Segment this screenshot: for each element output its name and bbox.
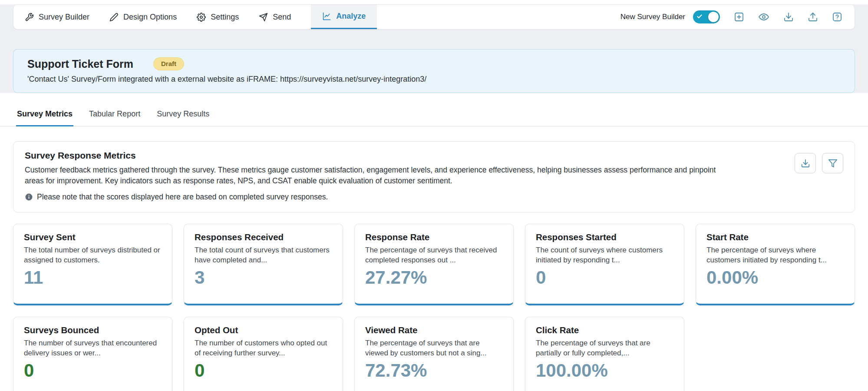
upload-icon[interactable] bbox=[808, 12, 818, 22]
page-title: Support Ticket Form bbox=[27, 58, 133, 70]
nav-item-design-options[interactable]: Design Options bbox=[109, 5, 177, 29]
tab-survey-results[interactable]: Survey Results bbox=[156, 106, 210, 126]
help-icon[interactable] bbox=[832, 12, 842, 22]
download-icon[interactable] bbox=[783, 12, 794, 22]
metric-title: Responses Started bbox=[536, 232, 673, 242]
navbar-controls: New Survey Builder bbox=[620, 10, 850, 23]
nav-item-label: Send bbox=[273, 13, 291, 22]
panel-actions bbox=[795, 150, 843, 202]
metric-value: 0.00% bbox=[706, 268, 844, 288]
info-icon bbox=[25, 193, 33, 201]
panel-title: Survey Response Metrics bbox=[25, 150, 728, 161]
new-survey-builder-toggle[interactable] bbox=[693, 10, 720, 23]
panel-description: Customer feedback metrics gathered throu… bbox=[25, 165, 728, 187]
metric-cards-grid: Survey Sent The total number of surveys … bbox=[13, 224, 855, 391]
metric-title: Opted Out bbox=[195, 325, 332, 335]
add-square-icon[interactable] bbox=[734, 12, 744, 22]
metric-title: Start Rate bbox=[706, 232, 844, 242]
metric-card-opted-out: Opted Out The number of customers who op… bbox=[184, 317, 343, 391]
metric-card-viewed-rate: Viewed Rate The percentage of surveys th… bbox=[354, 317, 514, 391]
metric-title: Response Rate bbox=[365, 232, 503, 242]
metric-description: The count of surveys where customers ini… bbox=[536, 245, 673, 265]
wrench-icon bbox=[25, 13, 34, 22]
metric-description: The percentage of surveys that are parti… bbox=[536, 338, 673, 358]
navbar-menu: Survey Builder Design Options Settings S… bbox=[25, 5, 377, 29]
metric-card-response-rate: Response Rate The percentage of surveys … bbox=[354, 224, 514, 305]
metric-card-survey-sent: Survey Sent The total number of surveys … bbox=[13, 224, 172, 305]
metric-value: 100.00% bbox=[536, 361, 673, 381]
metric-description: The percentage of surveys where customer… bbox=[706, 245, 844, 265]
metric-title: Surveys Bounced bbox=[24, 325, 162, 335]
nav-item-settings[interactable]: Settings bbox=[197, 5, 239, 29]
gear-icon bbox=[197, 13, 206, 22]
survey-response-metrics-panel: Survey Response Metrics Customer feedbac… bbox=[13, 141, 855, 212]
nav-item-analyze[interactable]: Analyze bbox=[311, 5, 377, 29]
metric-description: The number of surveys that encountered d… bbox=[24, 338, 162, 358]
nav-item-label: Analyze bbox=[336, 12, 366, 21]
metric-card-surveys-bounced: Surveys Bounced The number of surveys th… bbox=[13, 317, 172, 391]
metric-description: The total count of surveys that customer… bbox=[195, 245, 332, 265]
nav-item-label: Settings bbox=[211, 13, 239, 22]
panel-note-text: Please note that the scores displayed he… bbox=[37, 192, 328, 202]
metric-description: The percentage of surveys that are viewe… bbox=[365, 338, 503, 358]
metric-description: The total number of surveys distributed … bbox=[24, 245, 162, 265]
metric-description: The percentage of surveys that received … bbox=[365, 245, 503, 265]
analyze-tabs: Survey Metrics Tabular Report Survey Res… bbox=[0, 106, 868, 126]
check-icon bbox=[696, 13, 703, 20]
tab-tabular-report[interactable]: Tabular Report bbox=[88, 106, 141, 126]
metric-value: 3 bbox=[195, 268, 332, 288]
metric-card-responses-started: Responses Started The count of surveys w… bbox=[525, 224, 684, 305]
preview-eye-icon[interactable] bbox=[758, 12, 769, 22]
metric-title: Viewed Rate bbox=[365, 325, 503, 335]
metric-title: Responses Received bbox=[195, 232, 332, 242]
top-band: Survey Builder Design Options Settings S… bbox=[0, 4, 868, 93]
send-icon bbox=[259, 13, 268, 22]
metric-title: Click Rate bbox=[536, 325, 673, 335]
metric-value: 0 bbox=[24, 361, 162, 381]
metric-description: The number of customers who opted out of… bbox=[195, 338, 332, 358]
nav-item-send[interactable]: Send bbox=[259, 5, 291, 29]
metric-card-start-rate: Start Rate The percentage of surveys whe… bbox=[696, 224, 855, 305]
survey-description: 'Contact Us' Survey/Form integrated with… bbox=[27, 75, 841, 84]
nav-item-label: Design Options bbox=[123, 13, 177, 22]
line-chart-icon bbox=[322, 12, 331, 21]
metric-card-click-rate: Click Rate The percentage of surveys tha… bbox=[525, 317, 684, 391]
export-download-button[interactable] bbox=[795, 153, 816, 173]
filter-button[interactable] bbox=[822, 153, 843, 173]
new-survey-builder-label: New Survey Builder bbox=[620, 13, 685, 21]
toggle-knob bbox=[708, 12, 719, 22]
main-navbar: Survey Builder Design Options Settings S… bbox=[13, 4, 855, 30]
pencil-icon bbox=[109, 13, 119, 22]
metric-value: 11 bbox=[24, 268, 162, 288]
tab-survey-metrics[interactable]: Survey Metrics bbox=[16, 106, 73, 126]
metric-value: 0 bbox=[536, 268, 673, 288]
nav-item-survey-builder[interactable]: Survey Builder bbox=[25, 5, 89, 29]
metric-value: 0 bbox=[195, 361, 332, 381]
survey-header: Support Ticket Form Draft 'Contact Us' S… bbox=[13, 49, 855, 93]
metric-card-responses-received: Responses Received The total count of su… bbox=[184, 224, 343, 305]
panel-text: Survey Response Metrics Customer feedbac… bbox=[25, 150, 728, 202]
metric-value: 72.73% bbox=[365, 361, 503, 381]
nav-item-label: Survey Builder bbox=[39, 13, 89, 22]
metric-value: 27.27% bbox=[365, 268, 503, 288]
metric-title: Survey Sent bbox=[24, 232, 162, 242]
status-badge: Draft bbox=[153, 57, 184, 70]
